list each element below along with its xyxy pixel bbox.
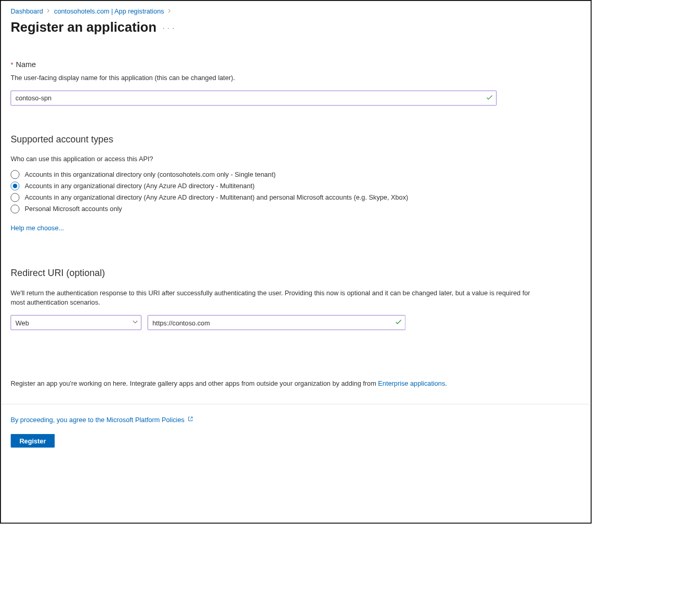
radio-label: Accounts in any organizational directory… <box>25 193 409 201</box>
name-input[interactable] <box>10 90 496 106</box>
redirect-uri-input[interactable] <box>148 315 405 330</box>
radio-multitenant-and-personal[interactable]: Accounts in any organizational directory… <box>10 193 581 202</box>
help-me-choose-link[interactable]: Help me choose... <box>10 224 64 231</box>
integration-note: Register an app you're working on here. … <box>10 379 581 387</box>
page-frame: Dashboard contosohotels.com | App regist… <box>0 0 592 523</box>
radio-personal-only[interactable]: Personal Microsoft accounts only <box>10 204 581 213</box>
platform-policies-link[interactable]: By proceeding, you agree to the Microsof… <box>10 416 185 423</box>
radio-icon <box>10 193 19 202</box>
external-link-icon <box>187 416 193 423</box>
register-button[interactable]: Register <box>10 434 55 448</box>
enterprise-applications-link[interactable]: Enterprise applications <box>378 379 445 387</box>
radio-single-tenant[interactable]: Accounts in this organizational director… <box>10 170 581 179</box>
name-label: Name <box>16 60 36 69</box>
note-prefix: Register an app you're working on here. … <box>10 379 378 387</box>
breadcrumb-app-registrations[interactable]: contosohotels.com | App registrations <box>54 7 164 15</box>
page-title: Register an application <box>10 20 156 35</box>
radio-icon <box>10 204 19 213</box>
more-actions-icon[interactable]: · · · <box>163 24 175 32</box>
radio-label: Accounts in any organizational directory… <box>25 182 255 189</box>
required-indicator: * <box>10 61 13 68</box>
platform-selected-value: Web <box>16 319 29 326</box>
note-suffix: . <box>445 379 447 387</box>
name-helper-text: The user-facing display name for this ap… <box>10 73 541 82</box>
chevron-right-icon <box>47 7 51 14</box>
account-types-question: Who can use this application or access t… <box>10 154 541 163</box>
radio-icon <box>10 170 19 179</box>
redirect-uri-heading: Redirect URI (optional) <box>10 268 581 278</box>
divider <box>1 404 591 404</box>
breadcrumb-dashboard[interactable]: Dashboard <box>10 7 43 15</box>
radio-label: Personal Microsoft accounts only <box>25 205 122 212</box>
platform-select[interactable]: Web <box>10 315 141 330</box>
chevron-right-icon <box>168 7 172 14</box>
breadcrumb: Dashboard contosohotels.com | App regist… <box>10 7 581 15</box>
radio-icon <box>10 181 19 190</box>
account-types-radio-group: Accounts in this organizational director… <box>10 170 581 213</box>
radio-multitenant[interactable]: Accounts in any organizational directory… <box>10 181 581 190</box>
redirect-uri-helper: We'll return the authentication response… <box>10 288 541 307</box>
radio-label: Accounts in this organizational director… <box>25 171 276 178</box>
account-types-heading: Supported account types <box>10 134 581 144</box>
